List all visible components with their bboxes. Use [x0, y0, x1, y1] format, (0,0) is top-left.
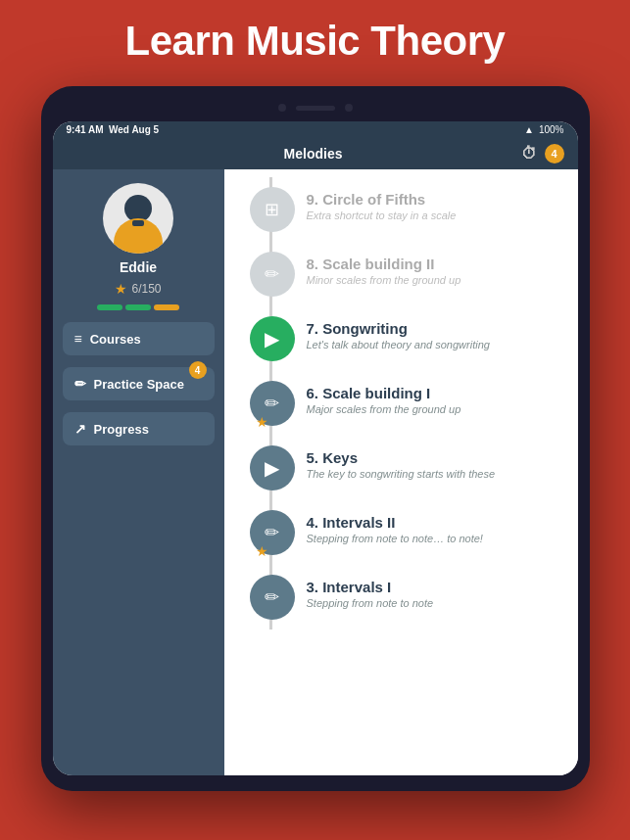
avatar-figure	[112, 193, 165, 254]
status-time: 9:41 AM Wed Aug 5	[67, 124, 160, 135]
tablet-speaker	[296, 106, 335, 111]
course-info-6: 6. Scale building I Major scales from th…	[307, 381, 562, 415]
star-marker-6: ★	[256, 414, 268, 430]
progress-bar-3	[154, 304, 179, 310]
course-title-3: 3. Intervals I	[307, 579, 562, 595]
sidebar: Eddie ★ 6/150 ≡ C	[53, 169, 224, 775]
course-icon-5: ▶	[250, 445, 295, 490]
course-icon-8: ✏	[250, 252, 295, 297]
pencil-icon-8: ✏	[265, 263, 279, 285]
pencil-icon-4: ✏	[265, 522, 279, 543]
tablet: 9:41 AM Wed Aug 5 ▲ 100% Melodies ⏱ 4	[41, 86, 590, 791]
list-item[interactable]: ✏ 8. Scale building II Minor scales from…	[250, 242, 562, 306]
practice-space-button[interactable]: ✏ Practice Space 4	[63, 367, 215, 400]
avatar-container: Eddie ★ 6/150	[97, 183, 179, 310]
avatar-bowtie	[132, 220, 144, 226]
course-subtitle-6: Major scales from the ground up	[307, 403, 562, 415]
top-banner: Learn Music Theory	[0, 0, 630, 78]
list-item[interactable]: ▶ 7. Songwriting Let's talk about theory…	[250, 306, 562, 371]
user-score: ★ 6/150	[115, 281, 161, 297]
courses-button[interactable]: ≡ Courses	[63, 322, 215, 355]
status-right: ▲ 100%	[524, 124, 563, 135]
course-info-8: 8. Scale building II Minor scales from t…	[307, 252, 562, 286]
practice-badge: 4	[189, 361, 207, 379]
list-item[interactable]: ✏ 6. Scale building I Major scales from …	[250, 371, 562, 436]
nav-bar: Melodies ⏱ 4	[53, 138, 578, 169]
tablet-camera	[278, 104, 286, 112]
course-title-4: 4. Intervals II	[307, 514, 562, 531]
film-icon-7: ▶	[265, 327, 279, 350]
course-list: ⊞ 9. Circle of Fifths Extra shortcut to …	[224, 169, 578, 775]
course-info-5: 5. Keys The key to songwriting starts wi…	[307, 445, 562, 480]
course-info-7: 7. Songwriting Let's talk about theory a…	[307, 316, 562, 350]
course-title-5: 5. Keys	[307, 449, 562, 466]
nav-right: ⏱ 4	[521, 144, 564, 163]
course-title-6: 6. Scale building I	[307, 385, 562, 401]
main-content: Eddie ★ 6/150 ≡ C	[53, 169, 578, 775]
course-info-4: 4. Intervals II Stepping from note to no…	[307, 510, 562, 544]
grid-icon: ⊞	[265, 199, 279, 220]
status-bar: 9:41 AM Wed Aug 5 ▲ 100%	[53, 121, 578, 138]
pencil-icon-6: ✏	[265, 393, 279, 414]
tablet-camera-right	[345, 104, 353, 112]
film-icon-5: ▶	[265, 456, 279, 480]
progress-bar-2	[125, 304, 151, 310]
nav-title: Melodies	[106, 146, 521, 162]
course-info-9: 9. Circle of Fifths Extra shortcut to st…	[307, 187, 562, 221]
progress-button[interactable]: ↗ Progress	[63, 412, 215, 445]
list-item[interactable]: ✏ 4. Intervals II Stepping from note to …	[250, 500, 562, 565]
nav-badge: 4	[545, 144, 564, 163]
battery-icon: 100%	[539, 124, 564, 135]
course-title-9: 9. Circle of Fifths	[307, 191, 562, 208]
course-title-8: 8. Scale building II	[307, 256, 562, 272]
pencil-icon: ✏	[74, 376, 86, 392]
course-subtitle-8: Minor scales from the ground up	[307, 274, 562, 286]
course-icon-3: ✏	[250, 575, 295, 620]
progress-icon: ↗	[74, 421, 86, 437]
course-subtitle-4: Stepping from note to note… to note!	[307, 533, 562, 544]
course-title-7: 7. Songwriting	[307, 320, 562, 337]
list-item[interactable]: ✏ 3. Intervals I Stepping from note to n…	[250, 565, 562, 630]
course-subtitle-5: The key to songwriting starts with these	[307, 468, 562, 480]
progress-bar-1	[97, 304, 122, 310]
clock-icon: ⏱	[521, 145, 537, 163]
tablet-wrapper: 9:41 AM Wed Aug 5 ▲ 100% Melodies ⏱ 4	[0, 86, 630, 791]
avatar	[103, 183, 173, 254]
course-icon-7: ▶	[250, 316, 295, 361]
star-icon: ★	[115, 281, 127, 297]
star-marker-4: ★	[256, 543, 268, 559]
list-item[interactable]: ⊞ 9. Circle of Fifths Extra shortcut to …	[250, 177, 562, 242]
banner-title: Learn Music Theory	[24, 18, 606, 65]
course-subtitle-9: Extra shortcut to stay in a scale	[307, 210, 562, 221]
courses-icon: ≡	[74, 331, 82, 347]
list-item[interactable]: ▶ 5. Keys The key to songwriting starts …	[250, 436, 562, 500]
tablet-screen: 9:41 AM Wed Aug 5 ▲ 100% Melodies ⏱ 4	[53, 121, 578, 775]
timeline: ⊞ 9. Circle of Fifths Extra shortcut to …	[240, 177, 562, 630]
course-icon-9: ⊞	[250, 187, 295, 232]
pencil-icon-3: ✏	[265, 586, 279, 608]
progress-bars	[97, 304, 179, 310]
wifi-icon: ▲	[524, 124, 534, 135]
tablet-top-bar	[53, 98, 578, 117]
user-name: Eddie	[120, 259, 157, 275]
course-subtitle-7: Let's talk about theory and songwriting	[307, 339, 562, 350]
course-info-3: 3. Intervals I Stepping from note to not…	[307, 575, 562, 609]
course-subtitle-3: Stepping from note to note	[307, 597, 562, 609]
